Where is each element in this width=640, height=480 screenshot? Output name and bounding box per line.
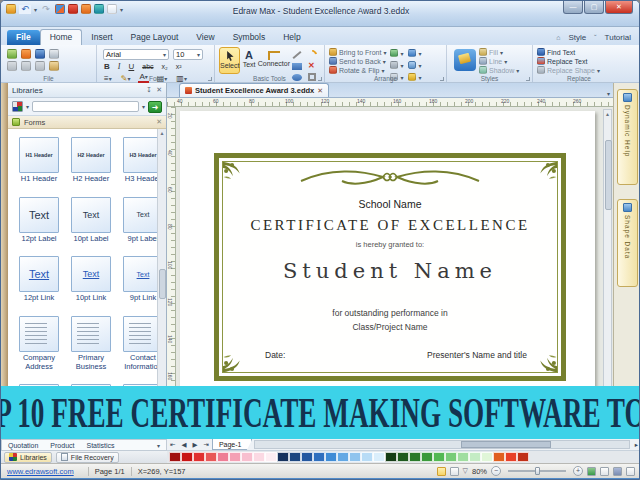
color-swatch[interactable]: [517, 452, 529, 462]
library-picker-icon[interactable]: [12, 101, 23, 112]
certificate-title-text[interactable]: CERTIFICATE OF EXCELLENCE: [250, 217, 529, 234]
scrollbar-thumb[interactable]: [605, 140, 612, 210]
zoom-out-button[interactable]: −: [491, 466, 501, 476]
library-item[interactable]: Primary Business: [66, 316, 116, 375]
canvas-horizontal-scrollbar[interactable]: [254, 440, 629, 449]
scroll-right-icon[interactable]: ▸: [632, 441, 640, 449]
cut-icon[interactable]: [7, 61, 17, 71]
color-swatch[interactable]: [457, 452, 469, 462]
font-name-select[interactable]: Arial ▾: [103, 49, 169, 60]
color-swatch[interactable]: [433, 452, 445, 462]
library-picker-dropdown-icon[interactable]: ▾: [26, 103, 29, 110]
library-item[interactable]: Text 9pt Label: [118, 197, 157, 248]
student-name-text[interactable]: Student Name: [283, 259, 497, 283]
color-swatch[interactable]: [337, 452, 349, 462]
color-swatch[interactable]: [445, 452, 457, 462]
edrawsoft-link[interactable]: www.edrawsoft.com: [7, 467, 74, 476]
color-swatch[interactable]: [373, 452, 385, 462]
first-page-icon[interactable]: ⇤: [167, 441, 178, 449]
select-tool-button[interactable]: Select: [219, 47, 240, 74]
color-swatch[interactable]: [421, 452, 433, 462]
library-item[interactable]: Company Address: [14, 316, 64, 375]
print-icon[interactable]: [49, 49, 59, 59]
color-swatch[interactable]: [217, 452, 229, 462]
superscript-button[interactable]: x²: [175, 63, 183, 70]
fill-button[interactable]: Fill▾: [479, 48, 519, 56]
tutorial-link[interactable]: Tutorial: [605, 33, 631, 42]
library-list-quotation[interactable]: Quotation: [8, 442, 38, 449]
color-swatch[interactable]: [481, 452, 493, 462]
color-swatch[interactable]: [361, 452, 373, 462]
pan-icon[interactable]: [613, 467, 622, 476]
library-scrollbar-thumb[interactable]: [159, 269, 166, 299]
page-view-icon[interactable]: [450, 467, 459, 476]
theme-styles-icon[interactable]: [454, 49, 476, 71]
color-swatch[interactable]: [349, 452, 361, 462]
color-swatch[interactable]: [205, 452, 217, 462]
copy-icon[interactable]: [21, 61, 31, 71]
distribute-shapes-button[interactable]: ▾: [408, 49, 421, 57]
line-button[interactable]: Line▾: [479, 57, 519, 65]
style-link[interactable]: Style: [568, 33, 586, 42]
text-tool-button[interactable]: A Text: [242, 47, 255, 74]
bring-to-front-button[interactable]: Bring to Front▾: [329, 48, 386, 56]
line-tool-icon[interactable]: [293, 51, 302, 59]
tab-page-layout[interactable]: Page Layout: [122, 30, 188, 45]
color-swatch[interactable]: [301, 452, 313, 462]
zoom-slider[interactable]: [508, 470, 566, 472]
color-swatch[interactable]: [289, 452, 301, 462]
zoom-in-button[interactable]: +: [573, 466, 583, 476]
arrange-dialog-launcher-icon[interactable]: [440, 77, 444, 81]
library-list-product[interactable]: Product: [50, 442, 74, 449]
library-item[interactable]: Text 10pt Label: [66, 197, 116, 248]
rotate-flip-button[interactable]: Rotate & Flip▾: [329, 66, 386, 74]
connector-tool-button[interactable]: Connector: [258, 47, 290, 74]
add-library-button[interactable]: ➜: [148, 101, 162, 113]
previous-page-icon[interactable]: ◀: [178, 441, 189, 449]
tab-insert[interactable]: Insert: [82, 30, 121, 45]
open-icon[interactable]: [21, 49, 31, 59]
color-swatch[interactable]: [385, 452, 397, 462]
send-to-back-button[interactable]: Send to Back▾: [329, 57, 386, 65]
tab-overflow-icon[interactable]: ▾: [607, 90, 610, 97]
libraries-button[interactable]: Libraries: [4, 452, 52, 463]
library-item[interactable]: Text 12pt Label: [14, 197, 64, 248]
close-panel-icon[interactable]: ✕: [156, 86, 162, 94]
rectangle-tool-icon[interactable]: [292, 63, 302, 70]
file-recovery-button[interactable]: File Recovery: [56, 452, 119, 463]
styles-dialog-launcher-icon[interactable]: [526, 77, 530, 81]
library-item[interactable]: H1 Header H1 Header: [14, 137, 64, 188]
tab-symbols[interactable]: Symbols: [224, 30, 275, 45]
library-list-statistics[interactable]: Statistics: [86, 442, 114, 449]
fullscreen-icon[interactable]: [626, 467, 635, 476]
group-shapes-button[interactable]: ▾: [390, 61, 403, 69]
paste-icon[interactable]: [35, 61, 45, 71]
scroll-up-icon[interactable]: ▲: [160, 130, 165, 136]
basic-tools-dialog-launcher-icon[interactable]: [318, 77, 322, 81]
maximize-button[interactable]: ▢: [584, 1, 604, 14]
color-swatch[interactable]: [469, 452, 481, 462]
date-label[interactable]: Date:: [265, 350, 285, 360]
color-swatch[interactable]: [409, 452, 421, 462]
color-swatch[interactable]: [229, 452, 241, 462]
normal-view-icon[interactable]: [437, 467, 446, 476]
magnifier-icon[interactable]: [600, 467, 609, 476]
color-swatch[interactable]: [253, 452, 265, 462]
color-swatch[interactable]: [169, 452, 181, 462]
certificate[interactable]: School Name CERTIFICATE OF EXCELLENCE is…: [214, 153, 566, 381]
replace-text-button[interactable]: Replace Text: [537, 57, 621, 65]
close-forms-group-icon[interactable]: ✕: [156, 118, 162, 126]
close-document-icon[interactable]: ✕: [317, 87, 323, 95]
color-swatch[interactable]: [277, 452, 289, 462]
granted-text[interactable]: is hereby granted to:: [356, 240, 424, 249]
save-icon[interactable]: [35, 49, 45, 59]
minimize-button[interactable]: —: [563, 1, 583, 14]
library-item[interactable]: H2 Header H2 Header: [66, 137, 116, 188]
library-search-field[interactable]: [32, 101, 139, 112]
scroll-up-icon[interactable]: ▲: [605, 111, 610, 117]
page-tab[interactable]: Page-1: [212, 439, 253, 450]
font-size-select[interactable]: 10 ▾: [173, 49, 203, 60]
last-page-icon[interactable]: ⇥: [200, 441, 211, 449]
tab-view[interactable]: View: [187, 30, 223, 45]
close-button[interactable]: ✕: [605, 1, 633, 14]
